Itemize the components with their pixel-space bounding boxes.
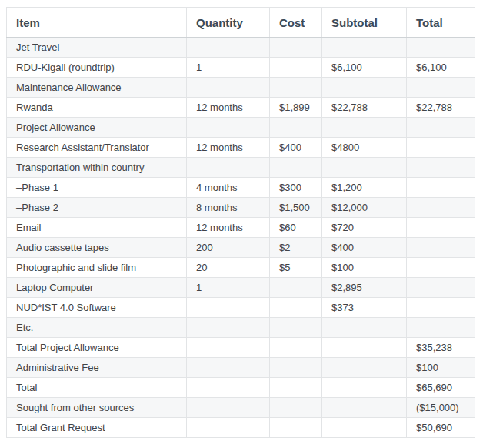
cell-subtotal: $6,100 [322,58,407,78]
cell-subtotal [322,158,407,178]
cell-cost: $2 [270,238,322,258]
table-row: Etc. [7,318,475,338]
table-row: Audio cassette tapes200$2$400 [7,238,475,258]
cell-subtotal: $100 [322,258,407,278]
cell-item: Sought from other sources [7,398,187,418]
cell-item: Administrative Fee [7,358,187,378]
cell-item: Project Allowance [7,118,187,138]
cell-item: Total Grant Request [7,418,187,438]
cell-total: $22,788 [407,98,475,118]
table-row: Transportation within country [7,158,475,178]
cell-item: –Phase 2 [7,198,187,218]
cell-cost: $60 [270,218,322,238]
cell-total [407,198,475,218]
cell-subtotal: $1,200 [322,178,407,198]
cell-item: Laptop Computer [7,278,187,298]
cell-cost: $400 [270,138,322,158]
cell-item: Photographic and slide film [7,258,187,278]
cell-quantity [187,358,270,378]
table-row: Total Project Allowance$35,238 [7,338,475,358]
column-header-item: Item [7,8,187,38]
table-row: Jet Travel [7,38,475,58]
header-row: Item Quantity Cost Subtotal Total [7,8,475,38]
table-row: Email12 months$60$720 [7,218,475,238]
cell-quantity: 200 [187,238,270,258]
cell-subtotal [322,398,407,418]
cell-item: Total [7,378,187,398]
table-row: Sought from other sources($15,000) [7,398,475,418]
cell-item: –Phase 1 [7,178,187,198]
table-header: Item Quantity Cost Subtotal Total [7,8,475,38]
table-row: RDU-Kigali (roundtrip)1$6,100$6,100 [7,58,475,78]
cell-subtotal [322,418,407,438]
cell-total [407,38,475,58]
cell-cost [270,418,322,438]
cell-quantity [187,418,270,438]
column-header-total: Total [407,8,475,38]
cell-quantity [187,318,270,338]
cell-cost: $1,899 [270,98,322,118]
cell-total: $35,238 [407,338,475,358]
cell-cost [270,38,322,58]
cell-total [407,238,475,258]
cell-item: Maintenance Allowance [7,78,187,98]
table-row: Total Grant Request$50,690 [7,418,475,438]
cell-subtotal [322,78,407,98]
cell-cost [270,58,322,78]
cell-item: Transportation within country [7,158,187,178]
cell-item: Email [7,218,187,238]
cell-subtotal: $400 [322,238,407,258]
cell-subtotal: $22,788 [322,98,407,118]
cell-cost [270,318,322,338]
cell-total [407,158,475,178]
cell-quantity [187,338,270,358]
cell-total [407,178,475,198]
cell-quantity: 12 months [187,218,270,238]
cell-cost [270,338,322,358]
cell-cost: $5 [270,258,322,278]
cell-quantity [187,78,270,98]
cell-quantity [187,118,270,138]
cell-quantity: 12 months [187,98,270,118]
cell-subtotal [322,338,407,358]
table-row: Project Allowance [7,118,475,138]
cell-total [407,278,475,298]
cell-quantity [187,298,270,318]
cell-cost [270,158,322,178]
cell-quantity [187,158,270,178]
budget-table: Item Quantity Cost Subtotal Total Jet Tr… [6,7,475,438]
cell-cost [270,398,322,418]
cell-subtotal [322,38,407,58]
table-row: Photographic and slide film20$5$100 [7,258,475,278]
cell-cost: $300 [270,178,322,198]
cell-quantity: 4 months [187,178,270,198]
table-row: –Phase 28 months$1,500$12,000 [7,198,475,218]
cell-total [407,298,475,318]
cell-subtotal [322,318,407,338]
column-header-quantity: Quantity [187,8,270,38]
cell-cost [270,358,322,378]
table-row: Rwanda12 months$1,899$22,788$22,788 [7,98,475,118]
cell-total [407,78,475,98]
cell-item: Audio cassette tapes [7,238,187,258]
column-header-cost: Cost [270,8,322,38]
cell-item: RDU-Kigali (roundtrip) [7,58,187,78]
cell-cost [270,118,322,138]
column-header-subtotal: Subtotal [322,8,407,38]
cell-total: $65,690 [407,378,475,398]
cell-subtotal [322,118,407,138]
cell-subtotal: $12,000 [322,198,407,218]
table-row: NUD*IST 4.0 Software$373 [7,298,475,318]
cell-quantity [187,398,270,418]
cell-cost [270,278,322,298]
cell-quantity: 1 [187,58,270,78]
cell-subtotal: $720 [322,218,407,238]
table-body: Jet TravelRDU-Kigali (roundtrip)1$6,100$… [7,38,475,438]
cell-subtotal [322,358,407,378]
cell-cost [270,378,322,398]
cell-item: NUD*IST 4.0 Software [7,298,187,318]
table-row: Maintenance Allowance [7,78,475,98]
cell-total: ($15,000) [407,398,475,418]
cell-item: Total Project Allowance [7,338,187,358]
cell-item: Jet Travel [7,38,187,58]
